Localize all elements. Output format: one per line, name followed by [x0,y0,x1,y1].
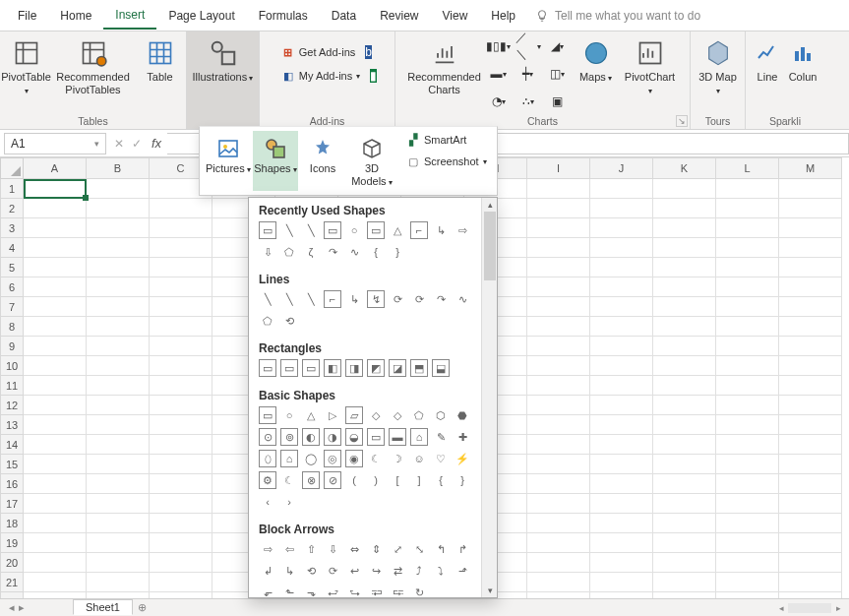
shape-option[interactable]: ⇕ [367,540,385,558]
shape-option[interactable]: ) [367,471,385,489]
cell[interactable] [527,297,590,317]
cell[interactable] [527,376,590,396]
shape-option[interactable]: ▭ [259,221,276,239]
bing-icon[interactable]: b [365,45,372,59]
select-all-triangle[interactable] [0,157,24,179]
cell[interactable] [716,474,779,494]
shape-option[interactable]: ◐ [302,428,320,446]
menu-review[interactable]: Review [368,3,430,29]
shape-option[interactable]: △ [302,406,320,424]
shape-option[interactable]: ⌂ [280,450,298,467]
cell[interactable] [24,238,87,258]
cell[interactable] [150,277,212,297]
cell[interactable] [716,277,779,297]
cell[interactable] [527,553,590,573]
cell[interactable] [87,455,150,474]
shape-option[interactable]: ∿ [454,290,471,308]
column-header[interactable]: L [716,157,779,179]
shape-option[interactable]: ☽ [389,450,406,467]
column-header[interactable]: K [653,157,716,179]
shape-option[interactable]: ] [410,471,428,489]
cell[interactable] [779,415,842,435]
pictures-button[interactable]: Pictures [206,131,251,191]
cell[interactable] [87,435,150,455]
cell[interactable] [87,553,150,573]
cell[interactable] [24,179,87,199]
misc-chart-button[interactable]: ▣ [544,89,572,114]
shape-option[interactable]: ⮑ [345,584,363,598]
row-header[interactable]: 11 [0,376,24,396]
shape-option[interactable]: ╲ [302,290,320,308]
cell[interactable] [150,455,212,474]
shapes-scrollbar[interactable]: ▴ ▾ [481,198,497,597]
cell[interactable] [590,514,653,533]
shape-option[interactable]: ⇦ [280,540,298,558]
cell[interactable] [653,238,716,258]
menu-data[interactable]: Data [320,3,368,29]
cell[interactable] [87,337,150,356]
row-header[interactable]: 19 [0,533,24,553]
shape-option[interactable]: ○ [345,221,363,239]
shape-option[interactable]: ▱ [345,406,363,424]
cell[interactable] [590,376,653,396]
menu-formulas[interactable]: Formulas [247,3,320,29]
menu-insert[interactable]: Insert [103,2,156,30]
cell[interactable] [150,396,212,415]
cell[interactable] [24,455,87,474]
cell[interactable] [590,356,653,376]
cell[interactable] [87,258,150,277]
new-sheet-button[interactable]: ⊕ [133,601,152,614]
cell[interactable] [716,533,779,553]
cell[interactable] [653,376,716,396]
shape-option[interactable]: ⇄ [389,562,406,580]
shape-option[interactable]: ◩ [367,359,385,377]
shape-option[interactable]: ⬣ [454,406,471,424]
cell[interactable] [24,396,87,415]
shape-option[interactable]: ◇ [367,406,385,424]
shape-option[interactable]: ↰ [432,540,450,558]
shape-option[interactable]: ⬎ [302,584,320,598]
cell[interactable] [716,415,779,435]
cell[interactable] [24,317,87,337]
cell[interactable] [716,356,779,376]
cell[interactable] [87,514,150,533]
people-graph-icon[interactable]: ▮ [370,69,377,83]
stock-chart-button[interactable]: ┿ ▾ [515,61,542,87]
cell[interactable] [590,317,653,337]
cell[interactable] [716,573,779,592]
cell[interactable] [716,396,779,415]
cell[interactable] [653,317,716,337]
cell[interactable] [150,474,212,494]
cell[interactable] [87,199,150,218]
cell[interactable] [150,415,212,435]
cell[interactable] [590,573,653,592]
shape-option[interactable]: ↷ [324,243,341,261]
cell[interactable] [590,258,653,277]
shape-option[interactable]: ◉ [345,450,363,467]
cell[interactable] [87,277,150,297]
shape-option[interactable]: ↻ [410,584,428,598]
cell[interactable] [716,494,779,514]
shape-option[interactable]: ☾ [280,471,298,489]
cell[interactable] [779,494,842,514]
shape-option[interactable]: ⬠ [280,243,298,261]
cell[interactable] [87,494,150,514]
column-header[interactable]: J [590,157,653,179]
shape-option[interactable]: ○ [280,406,298,424]
cell[interactable] [527,494,590,514]
cell[interactable] [150,218,212,238]
cell[interactable] [24,533,87,553]
cell[interactable] [653,494,716,514]
cell[interactable] [716,455,779,474]
combo-chart-button[interactable]: ◫ ▾ [544,61,572,87]
shape-option[interactable]: ↳ [345,290,363,308]
shape-option[interactable]: ⬑ [280,584,298,598]
row-header[interactable]: 21 [0,573,24,592]
cell[interactable] [24,514,87,533]
cell[interactable] [150,317,212,337]
shape-option[interactable]: ◯ [302,450,320,467]
cell[interactable] [590,179,653,199]
cell[interactable] [716,514,779,533]
column-header[interactable]: A [24,157,87,179]
cell[interactable] [24,435,87,455]
